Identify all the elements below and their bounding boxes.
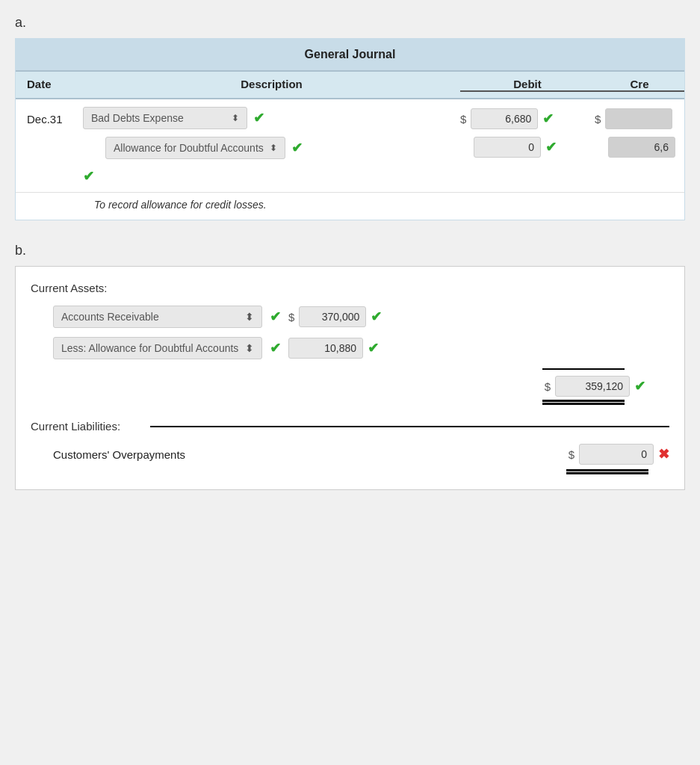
check-debit-1: ✔ [542,111,554,127]
dropdown-arrows-4: ⬍ [245,342,254,354]
debit-input-1[interactable] [471,108,538,129]
allowance-dropdown-b[interactable]: Less: Allowance for Doubtful Accounts ⬍ [53,337,262,359]
journal-column-headers: Date Description Debit Cre [16,72,684,99]
journal-memo: To record allowance for credit losses. [16,193,684,220]
credit-input-2[interactable] [608,137,675,158]
x-icon-overpay: ✖ [658,446,669,462]
dollar-subtotal: $ [545,380,551,393]
accounts-receivable-dropdown[interactable]: Accounts Receivable ⬍ [53,306,262,328]
dropdown-arrows-2: ⬍ [270,143,277,153]
dropdown-arrows-3: ⬍ [245,311,254,323]
allowance-row: Less: Allowance for Doubtful Accounts ⬍ … [53,337,669,359]
bad-debts-expense-dropdown[interactable]: Bad Debts Expense ⬍ [83,107,247,129]
current-liabilities-section: Current Liabilities: [31,420,669,433]
overpayments-amount-cell: $ ✖ [569,444,669,465]
current-assets-heading: Current Assets: [31,282,669,294]
customers-overpayments-label: Customers' Overpayments [53,448,202,461]
general-journal: General Journal Date Description Debit C… [15,38,685,220]
current-liabilities-heading: Current Liabilities: [31,420,120,433]
customers-overpayments-row: Customers' Overpayments $ ✖ [53,444,669,465]
debit-amount-2: ✔ [460,137,595,158]
allowance-input[interactable] [288,338,363,359]
credit-column: $ [595,107,684,158]
accounts-receivable-label: Accounts Receivable [61,311,159,323]
check-subtotal: ✔ [634,378,645,394]
entry-date: Dec.31 [16,107,83,126]
check-allow-amount: ✔ [368,340,379,356]
credit-amount-2 [595,137,677,158]
credit-input-1[interactable] [605,108,672,129]
dollar-sign-debit: $ [460,113,466,126]
check-icon-3: ✔ [83,169,94,184]
balance-sheet: Current Assets: Accounts Receivable ⬍ ✔ … [15,266,685,490]
entry-descriptions: Bad Debts Expense ⬍ ✔ Allowance for Doub… [83,107,460,185]
dropdown-arrows-1: ⬍ [232,113,239,123]
section-b-label: b. [15,243,685,258]
allowance-label: Allowance for Doubtful Accounts [114,142,264,154]
ar-amount-cell: $ ✔ [288,306,382,327]
col-header-date: Date [16,78,83,92]
desc-entry-1: Bad Debts Expense ⬍ ✔ [83,107,460,129]
journal-entry-row: Dec.31 Bad Debts Expense ⬍ ✔ Allowance f… [16,99,684,193]
check-ar-amount: ✔ [371,309,382,325]
debit-input-2[interactable] [474,137,541,158]
col-header-desc: Description [83,78,460,92]
check-ar: ✔ [270,309,281,325]
credit-amount-1: $ [595,108,677,129]
allowance-doubtful-dropdown[interactable]: Allowance for Doubtful Accounts ⬍ [105,137,285,159]
col-header-credit: Cre [595,78,684,92]
accounts-receivable-row: Accounts Receivable ⬍ ✔ $ ✔ [53,306,669,328]
dollar-overpay: $ [569,448,574,461]
subtotal-input[interactable] [555,376,630,397]
debit-amount-1: $ ✔ [460,108,595,129]
dollar-ar: $ [288,311,294,323]
desc-entry-2: Allowance for Doubtful Accounts ⬍ ✔ [83,137,460,159]
check-debit-2: ✔ [545,139,557,155]
col-header-debit: Debit [460,78,595,92]
journal-title: General Journal [16,39,684,72]
dollar-sign-credit: $ [595,113,601,126]
allowance-amount-cell: ✔ [288,338,379,359]
overpayments-input[interactable] [579,444,654,465]
check-allow: ✔ [270,340,281,356]
allowance-label-b: Less: Allowance for Doubtful Accounts [61,342,238,354]
debit-column: $ ✔ ✔ [460,107,595,158]
check-icon-2: ✔ [291,140,303,156]
bad-debts-label: Bad Debts Expense [91,112,184,124]
check-icon-1: ✔ [253,110,264,126]
section-a-label: a. [15,15,685,31]
ar-input[interactable] [299,306,366,327]
